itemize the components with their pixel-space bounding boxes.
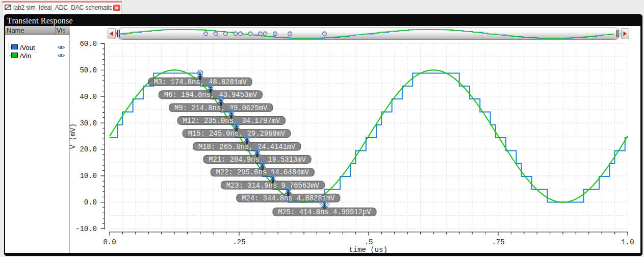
svg-text:V (mV): V (mV) (69, 123, 77, 149)
svg-text:m: m (249, 32, 251, 36)
svg-text:.75: .75 (492, 238, 504, 246)
svg-text:50.0: 50.0 (80, 66, 97, 74)
svg-text:1.0: 1.0 (621, 238, 634, 246)
svg-text:.5: .5 (365, 238, 373, 246)
svg-text:0.0: 0.0 (103, 238, 116, 246)
svg-text:0.0: 0.0 (84, 198, 97, 207)
svg-text:m: m (264, 32, 266, 36)
svg-text:40.0: 40.0 (80, 93, 97, 101)
svg-text:60.0: 60.0 (80, 40, 97, 48)
svg-text:-10.0: -10.0 (75, 225, 97, 233)
svg-text:m: m (234, 32, 237, 36)
svg-text:m: m (289, 32, 291, 36)
svg-text:m: m (214, 32, 217, 36)
svg-text:M25: 414.8ns 4.99512pV: M25: 414.8ns 4.99512pV (278, 209, 371, 216)
svg-text:10.0: 10.0 (80, 172, 97, 180)
svg-text:m: m (239, 32, 242, 36)
svg-text:30.0: 30.0 (80, 119, 97, 127)
svg-text:m: m (274, 32, 276, 36)
svg-text:m: m (224, 32, 227, 36)
svg-text:20.0: 20.0 (80, 145, 97, 153)
svg-text:time (us): time (us) (349, 246, 388, 254)
svg-text:m: m (204, 32, 207, 36)
svg-text:m: m (259, 32, 262, 36)
svg-text:m: m (323, 32, 326, 36)
svg-text:.25: .25 (233, 238, 245, 246)
